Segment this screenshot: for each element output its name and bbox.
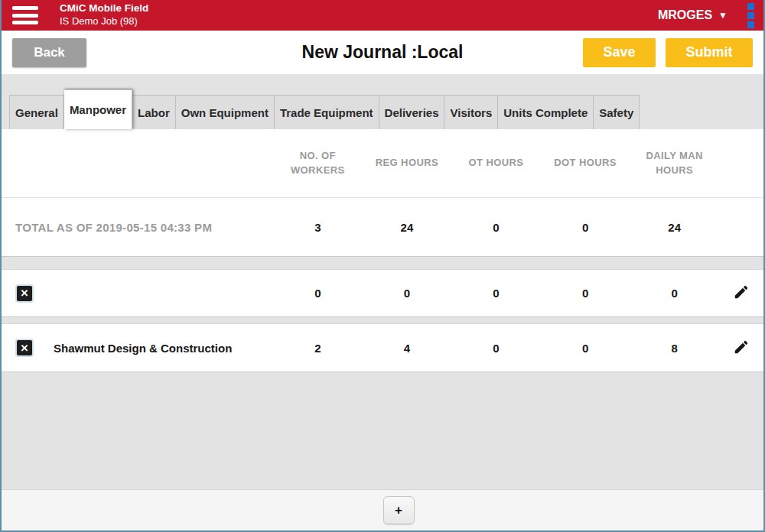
app-window: CMiC Mobile Field IS Demo Job (98) MROGE… bbox=[0, 0, 765, 532]
row-dot-hours: 0 bbox=[582, 342, 588, 355]
submit-button[interactable]: Submit bbox=[666, 38, 753, 67]
total-label: TOTAL AS OF 2019-05-15 04:33 PM bbox=[2, 221, 273, 234]
back-button[interactable]: Back bbox=[12, 38, 86, 67]
column-header-ot-hours: OT HOURS bbox=[469, 156, 524, 170]
total-daily-man-hours: 24 bbox=[668, 221, 681, 234]
footer-bar: + bbox=[2, 489, 763, 530]
tab-visitors[interactable]: Visitors bbox=[444, 95, 498, 129]
delete-row-button[interactable]: ✕ bbox=[15, 284, 34, 303]
chevron-down-icon: ▼ bbox=[718, 10, 728, 21]
save-button[interactable]: Save bbox=[583, 38, 656, 67]
row-name: Shawmut Design & Construction bbox=[54, 342, 232, 355]
column-header-daily-man-hours: DAILY MAN HOURS bbox=[640, 149, 710, 178]
app-bar: CMiC Mobile Field IS Demo Job (98) MROGE… bbox=[2, 0, 763, 31]
pencil-icon bbox=[733, 346, 750, 358]
row-ot-hours: 0 bbox=[493, 342, 499, 355]
tab-deliveries[interactable]: Deliveries bbox=[379, 95, 445, 129]
row-no-of-workers: 2 bbox=[314, 342, 321, 355]
total-row: TOTAL AS OF 2019-05-15 04:33 PM 3 24 0 0… bbox=[2, 198, 763, 256]
row-daily-man-hours: 0 bbox=[672, 287, 678, 300]
job-subtitle: IS Demo Job (98) bbox=[60, 15, 148, 28]
row-reg-hours: 0 bbox=[404, 287, 410, 300]
tab-bar: General Manpower Labor Own Equipment Tra… bbox=[2, 89, 763, 129]
row-no-of-workers: 0 bbox=[314, 287, 321, 300]
column-header-reg-hours: REG HOURS bbox=[376, 156, 438, 170]
table-row: ✕ Shawmut Design & Construction 2 4 0 0 … bbox=[2, 323, 763, 372]
tab-manpower[interactable]: Manpower bbox=[64, 89, 132, 129]
row-ot-hours: 0 bbox=[493, 287, 499, 300]
manpower-summary-card: NO. OF WORKERS REG HOURS OT HOURS DOT HO… bbox=[2, 129, 763, 257]
overflow-menu-icon[interactable] bbox=[747, 3, 756, 28]
app-title: CMiC Mobile Field bbox=[60, 2, 148, 15]
tab-safety[interactable]: Safety bbox=[594, 95, 640, 129]
row-daily-man-hours: 8 bbox=[672, 342, 678, 355]
action-bar: Back New Journal :Local Save Submit bbox=[2, 31, 763, 74]
column-header-no-of-workers: NO. OF WORKERS bbox=[282, 149, 353, 178]
edit-row-button[interactable] bbox=[731, 284, 751, 303]
row-reg-hours: 4 bbox=[404, 342, 410, 355]
tab-labor[interactable]: Labor bbox=[132, 95, 176, 129]
total-reg-hours: 24 bbox=[401, 221, 414, 234]
user-name: MROGES bbox=[658, 8, 712, 22]
user-menu[interactable]: MROGES ▼ bbox=[658, 8, 728, 22]
pencil-icon bbox=[733, 291, 750, 303]
table-header-row: NO. OF WORKERS REG HOURS OT HOURS DOT HO… bbox=[2, 129, 763, 197]
add-row-button[interactable]: + bbox=[383, 496, 415, 524]
column-header-dot-hours: DOT HOURS bbox=[554, 156, 617, 170]
total-dot-hours: 0 bbox=[582, 221, 588, 234]
tab-trade-equipment[interactable]: Trade Equipment bbox=[275, 95, 379, 129]
edit-row-button[interactable] bbox=[731, 338, 751, 358]
tab-general[interactable]: General bbox=[9, 95, 64, 129]
delete-row-button[interactable]: ✕ bbox=[15, 339, 34, 357]
table-row: ✕ 0 0 0 0 0 bbox=[2, 269, 763, 317]
hamburger-menu-icon[interactable] bbox=[12, 6, 38, 24]
row-dot-hours: 0 bbox=[582, 287, 588, 300]
tab-units-complete[interactable]: Units Complete bbox=[498, 95, 594, 129]
total-no-of-workers: 3 bbox=[314, 221, 321, 234]
app-bar-titles: CMiC Mobile Field IS Demo Job (98) bbox=[60, 2, 148, 28]
tab-own-equipment[interactable]: Own Equipment bbox=[176, 95, 275, 129]
total-ot-hours: 0 bbox=[493, 221, 499, 234]
